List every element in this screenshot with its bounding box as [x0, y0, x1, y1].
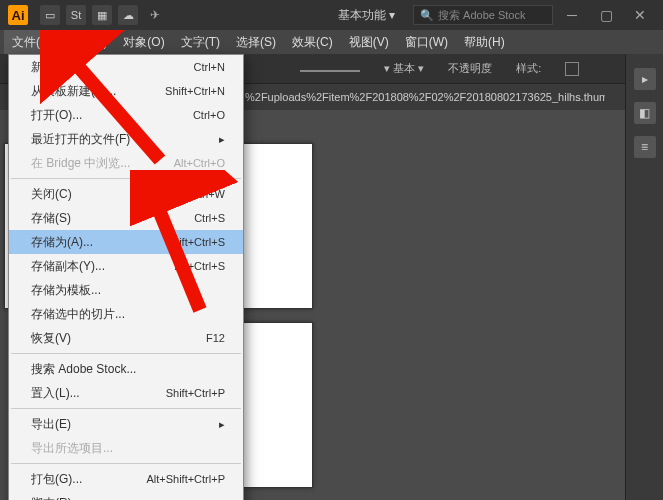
- title-bar: Ai ▭ St ▦ ☁ ✈ 基本功能 ▾ 🔍搜索 Adobe Stock ─ ▢…: [0, 0, 663, 30]
- menu-item[interactable]: 存储为(A)...Shift+Ctrl+S: [9, 230, 243, 254]
- menu-item[interactable]: 置入(L)...Shift+Ctrl+P: [9, 381, 243, 405]
- right-panel: ▸ ◧ ≡: [625, 54, 663, 500]
- menu-item[interactable]: 恢复(V)F12: [9, 326, 243, 350]
- app-logo-icon: Ai: [8, 5, 28, 25]
- color-panel-icon[interactable]: ◧: [634, 102, 656, 124]
- layers-panel-icon[interactable]: ≡: [634, 136, 656, 158]
- workspace-switcher[interactable]: 基本功能 ▾: [330, 4, 403, 27]
- maximize-button[interactable]: ▢: [591, 5, 621, 25]
- style-dropdown[interactable]: ▾ 基本 ▾: [384, 61, 424, 76]
- chevron-down-icon: ▾: [389, 8, 395, 22]
- stock-icon[interactable]: St: [66, 5, 86, 25]
- menu-help[interactable]: 帮助(H): [456, 30, 513, 54]
- minimize-button[interactable]: ─: [557, 5, 587, 25]
- menu-item[interactable]: 打包(G)...Alt+Shift+Ctrl+P: [9, 467, 243, 491]
- menu-bar: 文件(F) 编辑(E) 对象(O) 文字(T) 选择(S) 效果(C) 视图(V…: [0, 30, 663, 54]
- menu-item[interactable]: 关闭(C)Ctrl+W: [9, 182, 243, 206]
- menu-item[interactable]: 存储(S)Ctrl+S: [9, 206, 243, 230]
- menu-item[interactable]: 存储选中的切片...: [9, 302, 243, 326]
- menu-view[interactable]: 视图(V): [341, 30, 397, 54]
- search-icon: 🔍: [420, 9, 434, 22]
- style-label: 样式:: [516, 61, 541, 76]
- menu-item: 导出所选项目...: [9, 436, 243, 460]
- cloud-icon[interactable]: ☁: [118, 5, 138, 25]
- style-swatch[interactable]: [565, 62, 579, 76]
- menu-object[interactable]: 对象(O): [115, 30, 172, 54]
- menu-effect[interactable]: 效果(C): [284, 30, 341, 54]
- search-input[interactable]: 🔍搜索 Adobe Stock: [413, 5, 553, 25]
- menu-select[interactable]: 选择(S): [228, 30, 284, 54]
- menu-window[interactable]: 窗口(W): [397, 30, 456, 54]
- opacity-dropdown[interactable]: 不透明度: [448, 61, 492, 76]
- menu-type[interactable]: 文字(T): [173, 30, 228, 54]
- menu-item[interactable]: 存储副本(Y)...Alt+Ctrl+S: [9, 254, 243, 278]
- stroke-sample[interactable]: [300, 70, 360, 72]
- close-button[interactable]: ✕: [625, 5, 655, 25]
- file-menu-dropdown: 新建(N)...Ctrl+N从模板新建(T)...Shift+Ctrl+N打开(…: [8, 54, 244, 500]
- menu-item[interactable]: 存储为模板...: [9, 278, 243, 302]
- document-tab[interactable]: %2Fuploads%2Fitem%2F201808%2F02%2F201808…: [245, 91, 605, 103]
- arrange-icon[interactable]: ▦: [92, 5, 112, 25]
- tab-icon[interactable]: ▭: [40, 5, 60, 25]
- menu-item[interactable]: 导出(E)▸: [9, 412, 243, 436]
- menu-item[interactable]: 新建(N)...Ctrl+N: [9, 55, 243, 79]
- menu-file[interactable]: 文件(F): [4, 30, 59, 54]
- panel-control-icon[interactable]: ▸: [634, 68, 656, 90]
- menu-edit[interactable]: 编辑(E): [59, 30, 115, 54]
- paperplane-icon[interactable]: ✈: [150, 8, 166, 22]
- menu-item[interactable]: 最近打开的文件(F)▸: [9, 127, 243, 151]
- menu-item[interactable]: 从模板新建(T)...Shift+Ctrl+N: [9, 79, 243, 103]
- menu-item: 在 Bridge 中浏览...Alt+Ctrl+O: [9, 151, 243, 175]
- menu-item[interactable]: 搜索 Adobe Stock...: [9, 357, 243, 381]
- menu-item[interactable]: 打开(O)...Ctrl+O: [9, 103, 243, 127]
- menu-item[interactable]: 脚本(R)▸: [9, 491, 243, 500]
